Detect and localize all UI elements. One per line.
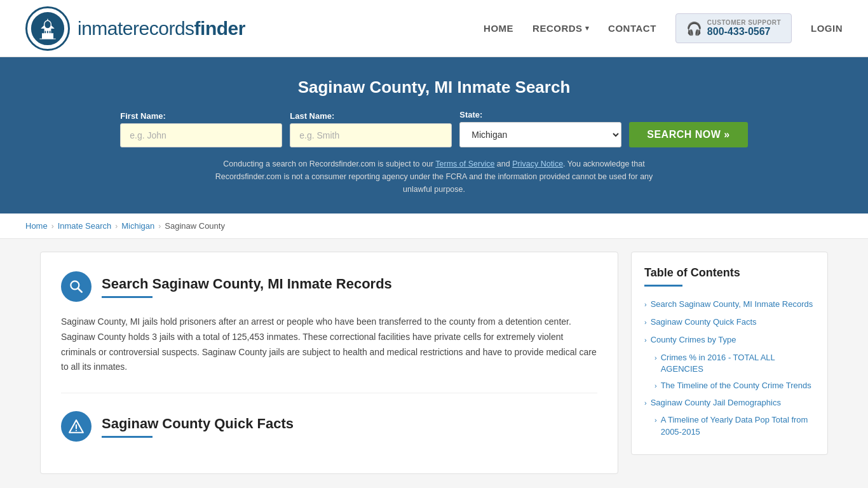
breadcrumb: Home › Inmate Search › Michigan › Sagina…	[0, 214, 868, 239]
article: Search Saginaw County, MI Inmate Records…	[40, 252, 618, 474]
sidebar: Table of Contents › Search Saginaw Count…	[631, 252, 828, 474]
support-number: 800-433-0567	[707, 26, 771, 37]
breadcrumb-inmate-search[interactable]: Inmate Search	[58, 221, 112, 231]
state-group: State: Michigan Alabama Alaska Arizona C…	[459, 110, 621, 147]
toc-item-2[interactable]: › Saginaw County Quick Facts	[644, 313, 815, 331]
section2-title: Saginaw County Quick Facts	[102, 416, 294, 432]
last-name-input[interactable]	[290, 123, 452, 147]
toc-chevron-icon-3: ›	[644, 336, 647, 345]
support-text: CUSTOMER SUPPORT 800-433-0567	[707, 19, 781, 37]
first-name-label: First Name:	[120, 111, 166, 121]
privacy-notice-link[interactable]: Privacy Notice	[512, 159, 563, 168]
toc-subitem-3[interactable]: › A Timeline of Yearly Data Pop Total fr…	[644, 412, 815, 440]
terms-of-service-link[interactable]: Terms of Service	[435, 159, 494, 168]
toc-chevron-icon-5: ›	[654, 381, 657, 391]
last-name-group: Last Name:	[290, 111, 452, 147]
toc-divider	[644, 285, 682, 287]
headphone-icon: 🎧	[686, 21, 702, 36]
nav-contact[interactable]: CONTACT	[608, 23, 656, 34]
toc-subitem-2[interactable]: › The Timeline of the County Crime Trend…	[644, 377, 815, 394]
svg-rect-6	[43, 30, 44, 33]
breadcrumb-sep-1: ›	[51, 222, 54, 231]
hero-section: Saginaw County, MI Inmate Search First N…	[0, 57, 868, 214]
section1-header: Search Saginaw County, MI Inmate Records	[61, 271, 597, 302]
breadcrumb-current: Saginaw County	[165, 221, 225, 231]
logo-icon	[25, 6, 70, 51]
chevron-down-icon: ▾	[585, 24, 590, 32]
section2-header: Saginaw County Quick Facts	[61, 411, 597, 442]
svg-point-4	[44, 20, 51, 29]
first-name-group: First Name:	[120, 111, 282, 147]
breadcrumb-sep-2: ›	[115, 222, 118, 231]
breadcrumb-home[interactable]: Home	[25, 221, 48, 231]
svg-rect-7	[45, 30, 46, 33]
toc-chevron-icon-1: ›	[644, 300, 647, 309]
search-button[interactable]: SEARCH NOW »	[629, 122, 747, 147]
hero-title: Saginaw County, MI Inmate Search	[25, 78, 843, 97]
toc-chevron-icon-4: ›	[654, 353, 657, 363]
breadcrumb-michigan[interactable]: Michigan	[121, 221, 154, 231]
section2-underline	[102, 436, 153, 438]
logo-area: inmaterecordsfinder	[25, 6, 245, 51]
breadcrumb-sep-3: ›	[158, 222, 161, 231]
section-divider	[61, 393, 597, 393]
toc-chevron-icon-2: ›	[644, 318, 647, 327]
search-icon-circle	[61, 271, 92, 302]
state-label: State:	[459, 110, 482, 119]
toc-chevron-icon-6: ›	[644, 398, 647, 408]
toc-item-1[interactable]: › Search Saginaw County, MI Inmate Recor…	[644, 295, 815, 313]
nav-records-label: RECORDS	[532, 23, 583, 34]
svg-point-16	[76, 430, 77, 431]
search-form: First Name: Last Name: State: Michigan A…	[25, 110, 843, 147]
first-name-input[interactable]	[120, 123, 282, 147]
svg-line-13	[78, 288, 82, 292]
toc-box: Table of Contents › Search Saginaw Count…	[631, 252, 828, 455]
nav-login[interactable]: LOGIN	[811, 23, 843, 34]
search-icon	[68, 278, 85, 295]
toc-chevron-icon-7: ›	[654, 416, 657, 425]
nav-records[interactable]: RECORDS ▾	[532, 23, 589, 34]
alert-icon	[68, 418, 85, 435]
svg-rect-11	[39, 38, 55, 39]
logo-text: inmaterecordsfinder	[78, 18, 245, 39]
svg-rect-10	[51, 30, 53, 33]
toc-item-4[interactable]: › Saginaw County Jail Demographics	[644, 394, 815, 412]
svg-rect-9	[50, 30, 51, 33]
toc-title: Table of Contents	[644, 266, 815, 280]
main-content: Search Saginaw County, MI Inmate Records…	[27, 252, 841, 474]
section1-underline	[102, 296, 153, 298]
toc-subitem-1[interactable]: › Crimes % in 2016 - TOTAL ALL AGENCIES	[644, 349, 815, 377]
alert-icon-circle	[61, 411, 92, 442]
support-box[interactable]: 🎧 CUSTOMER SUPPORT 800-433-0567	[675, 13, 792, 43]
toc-item-3[interactable]: › County Crimes by Type	[644, 331, 815, 349]
last-name-label: Last Name:	[290, 111, 334, 121]
section1-body: Saginaw County, MI jails hold prisoners …	[61, 315, 597, 375]
main-nav: HOME RECORDS ▾ CONTACT 🎧 CUSTOMER SUPPOR…	[484, 13, 843, 43]
nav-home[interactable]: HOME	[484, 23, 513, 34]
section1-title: Search Saginaw County, MI Inmate Records	[102, 276, 392, 292]
support-label: CUSTOMER SUPPORT	[707, 19, 781, 26]
site-header: inmaterecordsfinder HOME RECORDS ▾ CONTA…	[0, 0, 868, 57]
state-select[interactable]: Michigan Alabama Alaska Arizona Californ…	[459, 122, 621, 147]
hero-disclaimer: Conducting a search on Recordsfinder.com…	[212, 158, 656, 196]
svg-rect-8	[47, 30, 48, 33]
